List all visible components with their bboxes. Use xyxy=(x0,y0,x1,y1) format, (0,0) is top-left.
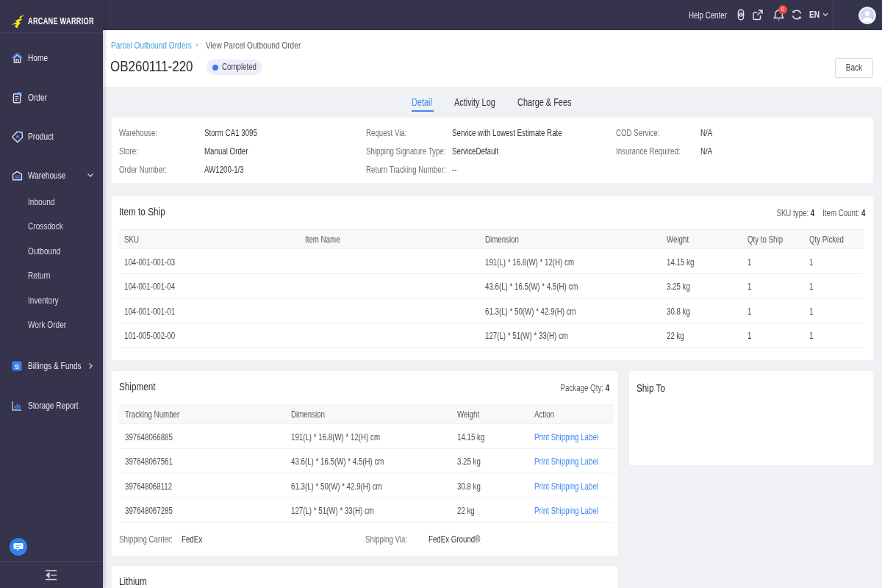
svg-text:S: S xyxy=(15,363,19,370)
